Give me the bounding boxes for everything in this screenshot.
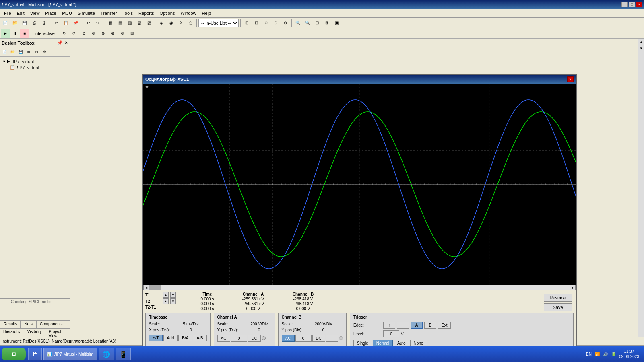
menu-help[interactable]: Help	[200, 10, 214, 16]
menu-window[interactable]: Window	[178, 10, 198, 16]
t1-up-btn[interactable]: ▲	[163, 292, 169, 298]
tb-b2[interactable]: ▤	[116, 19, 124, 27]
menu-place[interactable]: Place	[43, 10, 59, 16]
menu-simulate[interactable]: Simulate	[75, 10, 97, 16]
cha-input[interactable]	[231, 335, 247, 342]
tab-project-view[interactable]: Project View	[45, 329, 70, 337]
t2-up-btn[interactable]: ▲	[163, 298, 169, 304]
vscroll-down[interactable]: ▼	[638, 45, 644, 51]
tb-copy[interactable]: 📋	[62, 19, 70, 27]
trigger-level-input[interactable]	[383, 330, 399, 337]
dth-close[interactable]: ×	[64, 40, 68, 45]
trigger-ext-btn[interactable]: Ext	[438, 322, 451, 329]
tb-b8[interactable]: ◊	[176, 19, 185, 27]
trigger-fall-btn[interactable]: ↓	[397, 322, 409, 329]
tb-zoom-50[interactable]: ⊠	[322, 19, 331, 27]
taskbar-app[interactable]: 📱	[116, 348, 131, 360]
tb-sim6[interactable]: ⊜	[108, 29, 117, 38]
sb-b2[interactable]: ⊟	[33, 48, 40, 56]
t2-down-btn[interactable]: ▼	[170, 298, 176, 304]
cha-ac-btn[interactable]: AC	[217, 335, 230, 342]
chb-minus-btn[interactable]: -	[326, 335, 338, 342]
tb-c4[interactable]: ⊖	[271, 19, 280, 27]
btn-add[interactable]: Add	[163, 335, 178, 341]
sb-gear[interactable]: ⚙	[41, 48, 48, 56]
tb-paste[interactable]: 📌	[71, 19, 80, 27]
menu-file[interactable]: File	[2, 10, 14, 16]
trigger-a-btn[interactable]: A	[411, 322, 423, 329]
sb-new[interactable]: 📄	[1, 48, 8, 56]
taskbar-multisim[interactable]: 📊 ЛР7_virtual - Multisim	[43, 348, 97, 360]
chb-input[interactable]	[295, 335, 312, 342]
tab-results[interactable]: Results	[0, 321, 21, 328]
osc-close-btn[interactable]: ×	[567, 76, 574, 82]
chb-ac-btn[interactable]: AC	[282, 335, 295, 342]
tb-zoom-fit[interactable]: ⊡	[313, 19, 322, 27]
tb-c1[interactable]: ⊞	[242, 19, 251, 27]
tree-child[interactable]: 📋 ЛР7_virtual	[2, 64, 68, 70]
menu-edit[interactable]: Edit	[14, 10, 27, 16]
tb-b3[interactable]: ▥	[125, 19, 134, 27]
save-btn[interactable]: Save	[544, 303, 572, 311]
tb-new[interactable]: 📄	[1, 19, 10, 27]
tb-s3[interactable]: ■	[20, 29, 29, 38]
tb-save[interactable]: 💾	[20, 19, 29, 27]
tb-sim2[interactable]: ⟳	[70, 29, 78, 38]
reverse-btn[interactable]: Reverse	[544, 294, 572, 302]
trigger-rise-btn[interactable]: ↑	[383, 322, 395, 329]
menu-transfer[interactable]: Transfer	[98, 10, 120, 16]
menu-options[interactable]: Options	[157, 10, 178, 16]
chb-dc-btn[interactable]: DC	[312, 335, 325, 342]
tb-b6[interactable]: ◈	[157, 19, 166, 27]
taskbar-chrome[interactable]: 🌐	[99, 348, 114, 360]
tb-zoom-100[interactable]: ▣	[332, 19, 341, 27]
scroll-left[interactable]: ◀	[143, 285, 149, 290]
window-controls[interactable]: _ □ ×	[621, 2, 642, 7]
taskbar-explorer[interactable]: 🖥	[28, 348, 42, 360]
tb-s1[interactable]: ▶	[1, 29, 10, 38]
tree-root[interactable]: ▼ ▶ ЛР7_virtual	[2, 58, 68, 64]
tab-components[interactable]: Components	[36, 321, 66, 328]
scroll-thumb[interactable]	[149, 285, 161, 290]
vscroll-up[interactable]: ▲	[638, 39, 644, 45]
menu-tools[interactable]: Tools	[120, 10, 135, 16]
tb-print[interactable]: 🖨	[30, 19, 39, 27]
menu-view[interactable]: View	[28, 10, 42, 16]
menu-mcu[interactable]: MCU	[60, 10, 74, 16]
tb-b5[interactable]: ▨	[144, 19, 153, 27]
tb-open[interactable]: 📂	[10, 19, 19, 27]
btn-ab[interactable]: A/B	[193, 335, 206, 341]
close-btn[interactable]: ×	[636, 2, 642, 7]
osc-scrollbar[interactable]: ◀ ▶	[143, 285, 576, 290]
tb-zoom-out[interactable]: 🔍	[303, 19, 312, 27]
maximize-btn[interactable]: □	[629, 2, 635, 7]
in-use-list-dropdown[interactable]: -- In-Use List --	[198, 19, 239, 27]
sb-open[interactable]: 📂	[9, 48, 16, 56]
minimize-btn[interactable]: _	[621, 2, 628, 7]
trigger-b-btn[interactable]: B	[424, 322, 436, 329]
right-scrollbar[interactable]: ▲ ▼	[638, 39, 644, 337]
btn-yt[interactable]: Y/T	[149, 335, 163, 341]
cha-dc-btn[interactable]: DC	[248, 335, 261, 342]
tb-cut[interactable]: ✂	[52, 19, 61, 27]
tb-print2[interactable]: 🖨	[39, 19, 48, 27]
tb-c2[interactable]: ⊟	[252, 19, 261, 27]
tab-hierarchy[interactable]: Hierarchy	[0, 329, 24, 337]
scroll-right[interactable]: ▶	[570, 285, 576, 290]
tb-sim1[interactable]: ⟳	[60, 29, 69, 38]
sb-b1[interactable]: ⊞	[25, 48, 32, 56]
tb-zoom-in[interactable]: 🔍	[293, 19, 302, 27]
tb-sim5[interactable]: ⊛	[99, 29, 107, 38]
tb-b4[interactable]: ▧	[135, 19, 144, 27]
tb-s2[interactable]: ⏸	[10, 29, 19, 38]
t1-down-btn[interactable]: ▼	[170, 292, 176, 298]
tb-undo[interactable]: ↩	[84, 19, 93, 27]
tb-c5[interactable]: ⊗	[281, 19, 290, 27]
menu-reports[interactable]: Reports	[136, 10, 157, 16]
tb-b9[interactable]: ◌	[186, 19, 195, 27]
tb-b7[interactable]: ◉	[167, 19, 175, 27]
tb-sim4[interactable]: ⊚	[89, 29, 98, 38]
tb-b1[interactable]: ▦	[106, 19, 115, 27]
sb-save[interactable]: 💾	[17, 48, 24, 56]
dth-pin[interactable]: 📌	[56, 40, 64, 45]
